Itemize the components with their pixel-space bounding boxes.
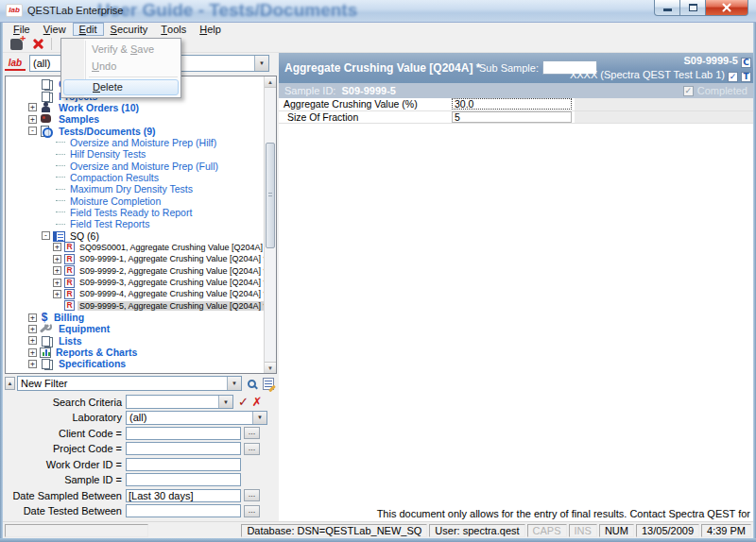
tree-item[interactable]: Field Tests Ready to Report [6, 207, 264, 218]
tree-item[interactable]: Compaction Results [6, 172, 264, 183]
minimize-button[interactable] [654, 0, 680, 16]
tree-item[interactable]: +RSQ09S0001, Aggregate Crushing Value [Q… [6, 242, 264, 253]
expand-toggle-icon[interactable]: + [28, 348, 37, 357]
browse-button[interactable]: ... [244, 443, 260, 455]
title-bar[interactable]: User Guide - Tests/Documents lab QESTLab… [0, 0, 756, 23]
tree-item[interactable]: +Work Orders (10) [6, 102, 264, 113]
client-code-input[interactable] [126, 427, 241, 440]
expand-toggle-icon[interactable]: + [53, 290, 61, 298]
tree-item[interactable]: -SQ (6) [6, 229, 264, 241]
date-tested-between-input[interactable] [126, 504, 241, 517]
size-of-fraction-input[interactable]: 5 [452, 111, 572, 123]
expand-toggle-icon[interactable]: + [28, 336, 37, 345]
menu-item-delete[interactable]: Delete [63, 79, 179, 95]
accelerator-letter: E [79, 24, 86, 35]
scroll-up-icon[interactable]: ▲ [265, 76, 276, 88]
dollar-icon: $ [40, 312, 49, 323]
expand-toggle-icon[interactable]: + [28, 360, 37, 368]
tree-item[interactable]: +RS09-9999-4, Aggregate Crushing Value [… [6, 288, 264, 299]
completed-checkbox[interactable]: ✓ [683, 86, 694, 96]
document-title: Aggregate Crushing Value [Q204A] * [284, 61, 480, 75]
restore-button[interactable] [680, 0, 706, 16]
project-code-input[interactable] [126, 442, 241, 455]
menu-view[interactable]: View [37, 23, 73, 36]
dropdown-arrow-icon[interactable]: ▼ [218, 396, 232, 408]
dropdown-arrow-icon[interactable]: ▼ [254, 56, 268, 71]
tree-item[interactable]: +RS09-9999-3, Aggregate Crushing Value [… [6, 277, 264, 288]
tree-item[interactable]: Oversize and Moisture Prep (Full) [6, 160, 264, 171]
browse-button[interactable]: ... [244, 505, 260, 517]
status-ins: INS [569, 524, 597, 537]
filter-combobox[interactable]: New Filter ▼ [17, 376, 242, 391]
record-icon: R [64, 254, 75, 264]
sub-sample-label: Sub Sample: [479, 62, 539, 74]
clear-filter-button[interactable]: ✗ [250, 396, 264, 409]
scrollbar-thumb[interactable] [266, 143, 275, 248]
tree-item[interactable]: Maximum Dry Density Tests [6, 183, 264, 195]
laboratory-combobox[interactable]: (all)▼ [126, 411, 267, 425]
tree-item[interactable]: +Lists [6, 335, 264, 347]
browse-button[interactable]: ... [244, 427, 260, 439]
edit-filter-button[interactable] [261, 376, 276, 391]
label-part: dit [86, 24, 97, 35]
field-label: Aggregate Crushing Value (%) [279, 98, 452, 110]
collapse-filter-button[interactable]: ▲ [5, 377, 15, 390]
tree-item[interactable]: Oversize and Moisture Prep (Hilf) [6, 137, 264, 148]
tree-item[interactable]: RS09-9999-5, Aggregate Crushing Value [Q… [6, 300, 264, 312]
tree-item[interactable]: +RS09-9999-2, Aggregate Crushing Value [… [6, 265, 264, 277]
status-bar: Database: DSN=QESTLab_NEW_SQ User: spect… [3, 521, 753, 538]
tree-item[interactable]: +Reports & Charts [6, 347, 264, 358]
tree-scrollbar[interactable]: ▲ ▼ [264, 76, 276, 373]
dropdown-arrow-icon[interactable]: ▼ [227, 377, 241, 390]
expand-toggle-icon[interactable]: + [28, 325, 37, 333]
check-badge-icon[interactable]: ✓ [728, 72, 738, 82]
window-border-bottom [0, 538, 756, 542]
work-order-id-input[interactable] [126, 458, 241, 471]
expand-toggle-icon[interactable]: + [28, 313, 37, 322]
dropdown-arrow-icon[interactable]: ▼ [252, 412, 266, 424]
date-sampled-between-input[interactable]: [Last 30 days] [126, 489, 241, 502]
menu-file[interactable]: File [7, 23, 37, 36]
expand-toggle-icon[interactable]: + [53, 255, 61, 263]
menu-help[interactable]: Help [193, 23, 228, 36]
tree-item[interactable]: Hilf Density Tests [6, 148, 264, 160]
menu-tools[interactable]: Tools [154, 23, 193, 36]
test-badge-icon[interactable]: T [741, 72, 751, 82]
menu-item-undo[interactable]: Undo [63, 58, 179, 75]
add-record-button[interactable]: + [8, 37, 25, 52]
accelerator-letter: H [199, 24, 207, 35]
menu-item-verify-save[interactable]: Verify & Save [63, 41, 179, 58]
expand-toggle-icon[interactable]: + [53, 279, 61, 287]
copy-badge-icon[interactable]: C [741, 58, 751, 68]
menu-security[interactable]: Security [104, 23, 155, 36]
tree-item[interactable]: Field Test Reports [6, 218, 264, 229]
search-form-row: Search Criteria▼✓✗ [5, 395, 277, 409]
apply-filter-button[interactable]: ✓ [236, 396, 250, 409]
tree-item[interactable]: +RS09-9999-1, Aggregate Crushing Value [… [6, 253, 264, 264]
expand-toggle-icon[interactable]: + [28, 103, 37, 111]
tree-item[interactable]: +Equipment [6, 323, 264, 334]
tree-item[interactable]: +Samples [6, 113, 264, 125]
tree-item[interactable]: +Specifications [6, 358, 264, 369]
field-label: Laboratory [5, 412, 126, 423]
tree-item[interactable]: Moisture Completion [6, 195, 264, 206]
minimize-icon [663, 8, 672, 11]
delete-icon [32, 38, 44, 50]
expand-toggle-icon[interactable]: - [42, 231, 50, 240]
delete-record-button[interactable] [29, 37, 46, 52]
close-button[interactable] [706, 0, 748, 16]
run-search-button[interactable] [244, 376, 259, 391]
expand-toggle-icon[interactable]: + [53, 243, 61, 251]
expand-toggle-icon[interactable]: + [28, 115, 37, 124]
search-criteria-combobox[interactable]: ▼ [126, 395, 233, 409]
browse-button[interactable]: ... [244, 489, 260, 501]
scroll-down-icon[interactable]: ▼ [265, 362, 276, 373]
tree-item-label: SQ (6) [68, 230, 101, 242]
menu-edit[interactable]: Edit [73, 23, 104, 36]
expand-toggle-icon[interactable]: + [53, 266, 61, 275]
aggregate-crushing-value-input[interactable]: 30.0 [452, 98, 572, 110]
expand-toggle-icon[interactable]: - [28, 127, 37, 135]
tree-item[interactable]: -Tests/Documents (9) [6, 125, 264, 136]
sample-id-input[interactable] [126, 473, 241, 486]
tree-item[interactable]: +$Billing [6, 312, 264, 323]
